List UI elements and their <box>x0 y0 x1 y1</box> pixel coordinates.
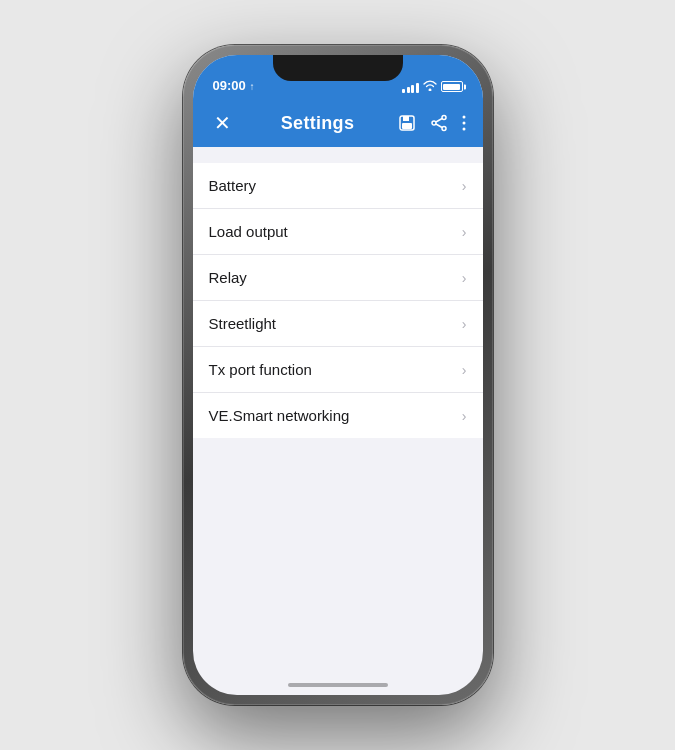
battery-fill <box>443 84 460 90</box>
notch <box>273 55 403 81</box>
home-indicator <box>288 683 388 687</box>
svg-point-4 <box>442 127 446 131</box>
menu-item-label-relay: Relay <box>209 269 247 286</box>
wifi-icon <box>423 80 437 93</box>
svg-rect-2 <box>402 123 412 129</box>
battery-icon <box>441 81 463 92</box>
svg-rect-1 <box>403 116 409 121</box>
menu-item-relay[interactable]: Relay› <box>193 255 483 301</box>
menu-item-load-output[interactable]: Load output› <box>193 209 483 255</box>
menu-item-label-tx-port-function: Tx port function <box>209 361 312 378</box>
svg-point-8 <box>463 116 466 119</box>
chevron-icon-load-output: › <box>462 224 467 240</box>
status-icons <box>402 80 463 93</box>
phone-frame: 09:00 ↑ <box>183 45 493 705</box>
menu-item-label-battery: Battery <box>209 177 257 194</box>
chevron-icon-ve-smart-networking: › <box>462 408 467 424</box>
settings-menu: Battery›Load output›Relay›Streetlight›Tx… <box>193 163 483 438</box>
close-icon: ✕ <box>214 111 231 135</box>
app-header: ✕ Settings <box>193 99 483 147</box>
menu-item-tx-port-function[interactable]: Tx port function› <box>193 347 483 393</box>
menu-item-label-load-output: Load output <box>209 223 288 240</box>
save-button[interactable] <box>398 114 416 132</box>
menu-item-battery[interactable]: Battery› <box>193 163 483 209</box>
menu-item-label-streetlight: Streetlight <box>209 315 277 332</box>
svg-point-3 <box>442 116 446 120</box>
location-arrow-icon: ↑ <box>249 81 254 92</box>
svg-point-10 <box>463 128 466 131</box>
menu-item-streetlight[interactable]: Streetlight› <box>193 301 483 347</box>
phone-screen: 09:00 ↑ <box>193 55 483 695</box>
header-actions <box>398 114 466 132</box>
close-button[interactable]: ✕ <box>209 109 237 137</box>
share-button[interactable] <box>430 114 448 132</box>
time-text: 09:00 <box>213 78 246 93</box>
menu-item-ve-smart-networking[interactable]: VE.Smart networking› <box>193 393 483 438</box>
svg-point-9 <box>463 122 466 125</box>
svg-line-6 <box>436 119 442 123</box>
status-time: 09:00 ↑ <box>213 78 255 93</box>
menu-item-label-ve-smart-networking: VE.Smart networking <box>209 407 350 424</box>
chevron-icon-battery: › <box>462 178 467 194</box>
chevron-icon-streetlight: › <box>462 316 467 332</box>
chevron-icon-tx-port-function: › <box>462 362 467 378</box>
header-title: Settings <box>281 113 354 134</box>
svg-line-7 <box>436 124 442 128</box>
chevron-icon-relay: › <box>462 270 467 286</box>
svg-point-5 <box>432 121 436 125</box>
signal-icon <box>402 81 419 93</box>
more-button[interactable] <box>462 115 466 131</box>
